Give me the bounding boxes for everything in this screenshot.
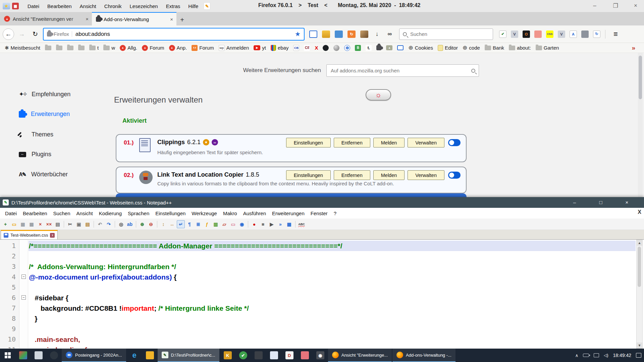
minimize-button[interactable]: – — [587, 0, 602, 11]
d-tool-icon[interactable]: D — [282, 349, 297, 362]
bookmark-item[interactable] — [67, 46, 73, 50]
doc-switcher-icon[interactable]: ▱ — [220, 220, 228, 228]
find-icon[interactable]: ◎ — [117, 220, 125, 228]
bookmark-item[interactable]: CB — [293, 45, 299, 51]
forward-button[interactable]: → — [16, 28, 28, 40]
bookmark-item-about[interactable]: about: — [509, 45, 531, 51]
tab-1[interactable]: ▲Ansicht "Erweiterungen ver× — [0, 12, 92, 25]
npp-menu-bearbeiten[interactable]: Bearbeiten — [20, 209, 50, 218]
photos-icon[interactable] — [15, 349, 31, 362]
npp-menu-ansicht[interactable]: Ansicht — [73, 209, 96, 218]
bookmark-item[interactable]: X — [315, 45, 318, 51]
folder-open-icon[interactable] — [322, 31, 330, 38]
action-center-icon[interactable] — [636, 353, 641, 358]
bookmark-item-anp[interactable]: ▲Anp. — [169, 45, 187, 51]
doc-map-icon[interactable]: ▥ — [212, 220, 220, 228]
addon-button-entfernen[interactable]: Entfernen — [334, 138, 370, 147]
npp-minimize-button[interactable]: – — [567, 197, 582, 207]
sidebar-item-empfehlungen[interactable]: ✦✧Empfehlungen — [19, 90, 70, 98]
open-file-icon[interactable]: ▭ — [10, 220, 18, 228]
replace-icon[interactable]: ab — [126, 220, 134, 228]
scroll-up-arrow[interactable]: ▲ — [637, 240, 642, 246]
sidebar-item-plugins[interactable]: ▪▪Plugins — [19, 151, 51, 158]
notes-blue-icon[interactable] — [266, 349, 282, 362]
menu-datei[interactable]: Datei — [24, 2, 43, 10]
bookmark-item-meistbesucht[interactable]: ✱Meistbesucht — [5, 45, 40, 51]
bookmark-item[interactable] — [323, 45, 329, 51]
new-tab-button[interactable]: + — [176, 14, 188, 25]
editor-scrollbar-thumb[interactable] — [638, 247, 641, 287]
amo-search-input[interactable] — [330, 67, 469, 74]
sync-vertical-icon[interactable]: ↕ — [159, 220, 167, 228]
start-button[interactable] — [0, 349, 15, 362]
tab-close-icon[interactable]: x — [50, 233, 55, 238]
bookmark-item[interactable] — [45, 46, 51, 50]
word-wrap-icon[interactable]: ↵ — [177, 220, 185, 228]
macro-record-icon[interactable]: ● — [250, 220, 258, 228]
css-extension-icon[interactable]: CSS — [546, 31, 553, 38]
npp-menu-sprachen[interactable]: Sprachen — [125, 209, 152, 218]
brush-icon[interactable] — [360, 31, 368, 38]
macro-save-icon[interactable]: ▦ — [285, 220, 293, 228]
clock-icon[interactable]: ◉ — [238, 220, 246, 228]
fold-marker[interactable]: − — [21, 295, 26, 300]
bookmark-item[interactable] — [333, 45, 339, 51]
bookmark-item[interactable]: Cſſ — [304, 45, 310, 51]
scroll-down-arrow[interactable]: ▼ — [637, 343, 642, 348]
bookmark-item[interactable]: B — [355, 45, 361, 51]
menu-bearbeiten[interactable]: Bearbeiten — [44, 2, 75, 10]
editor-scrollbar[interactable]: ▲ ▼ — [636, 240, 643, 349]
clock[interactable]: 18:49:42 — [613, 353, 632, 358]
search-input[interactable] — [410, 31, 489, 37]
function-list-icon[interactable]: ƒ — [203, 220, 211, 228]
camera-icon[interactable]: ◉ — [313, 349, 328, 362]
addon-button-einstellungen[interactable]: Einstellungen — [286, 170, 331, 180]
redo-icon[interactable]: ↷ — [105, 220, 113, 228]
sync-extension-icon[interactable]: ↻ — [593, 31, 600, 38]
folder-workspace-icon[interactable]: ▭ — [229, 220, 237, 228]
bookmark-item-forum[interactable]: ▲Forum — [142, 45, 164, 51]
bookmark-item[interactable] — [376, 45, 381, 50]
bookmark-item[interactable]: t. — [366, 45, 372, 51]
bookmark-item-allg[interactable]: ▲Allg. — [120, 45, 137, 51]
volume-icon[interactable]: ◁) — [604, 353, 608, 358]
display-icon[interactable] — [594, 353, 599, 357]
download-icon[interactable]: ↓ — [373, 31, 381, 38]
mask-icon[interactable]: ∞ — [386, 31, 394, 38]
restore-button[interactable]: ❐ — [608, 0, 623, 11]
menu-lesezeichen[interactable]: Lesezeichen — [126, 2, 161, 10]
enable-toggle[interactable] — [448, 172, 461, 179]
bookmark-item-code[interactable]: ⊕code — [463, 44, 480, 51]
close-file-icon[interactable]: × — [36, 220, 44, 228]
bookmark-item-w[interactable]: w — [103, 45, 115, 51]
taskbar-button-notepadpp-window[interactable]: ✎D:\Test\Profilordner\c... — [158, 349, 219, 362]
menu-hamburger-icon[interactable]: ≡ — [610, 30, 621, 39]
checker-extension-icon[interactable]: ✔ — [499, 31, 506, 38]
macro-stop-icon[interactable]: ■ — [259, 220, 267, 228]
bookmark-item[interactable] — [397, 45, 404, 50]
menu-ansicht[interactable]: Ansicht — [76, 2, 100, 10]
taskbar-button-firefox-window-2[interactable]: Add-ons-Verwaltung -... — [392, 349, 455, 362]
npp-menu-erweiterungen[interactable]: Erweiterungen — [269, 209, 308, 218]
reload-button[interactable]: ↻ — [30, 28, 41, 40]
explorer-icon[interactable] — [142, 349, 158, 362]
tab-close-icon[interactable]: × — [170, 16, 173, 22]
zoom-out-icon[interactable]: ⊖ — [147, 220, 155, 228]
bookmark-star-icon[interactable]: ★ — [295, 30, 301, 38]
folder-blue-icon[interactable] — [335, 31, 343, 38]
copy-icon[interactable]: ▣ — [75, 220, 83, 228]
battery-icon[interactable] — [583, 354, 589, 357]
npp-menu-ausführen[interactable]: Ausführen — [240, 209, 269, 218]
save-all-icon[interactable]: ▩ — [28, 220, 36, 228]
indent-guide-icon[interactable]: ≣ — [194, 220, 202, 228]
quill-icon[interactable]: ✎ — [204, 2, 210, 10]
back-button[interactable]: ← — [3, 28, 14, 40]
close-button[interactable]: × — [628, 0, 643, 11]
npp-menu-makro[interactable]: Makro — [220, 209, 240, 218]
bookmark-item-t[interactable]: t — [89, 45, 99, 51]
page-scrollbar-thumb[interactable] — [639, 56, 642, 99]
addon-button-einstellungen[interactable]: Einstellungen — [286, 138, 331, 147]
cut-icon[interactable]: ✂ — [66, 220, 74, 228]
addon-button-melden[interactable]: Melden — [373, 170, 405, 180]
menu-extras[interactable]: Extras — [163, 2, 184, 10]
